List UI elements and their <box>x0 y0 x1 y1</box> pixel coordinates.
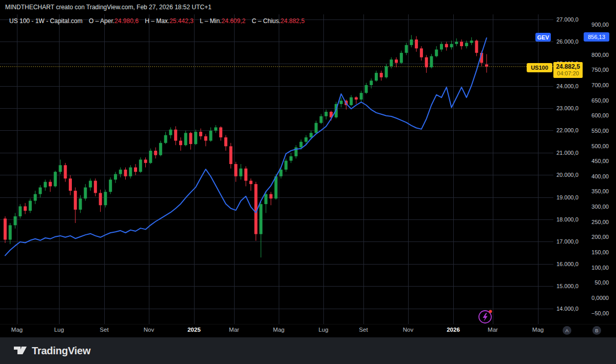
candle-down <box>179 140 182 145</box>
candle-up <box>104 192 107 205</box>
candle-down <box>395 59 398 63</box>
gev-axis-tick: 200,00 <box>591 234 609 240</box>
legend-high-label: H – Max. <box>145 17 169 25</box>
candle-down <box>4 218 7 239</box>
us100-axis-tick: 19.000,0 <box>556 194 579 200</box>
candle-up <box>89 181 92 188</box>
gev-axis-tick: 900,00 <box>591 22 609 28</box>
chart-canvas[interactable] <box>0 0 616 364</box>
legend-symbol-title: US 100 - 1W - Capital.com <box>9 17 83 25</box>
candle-up <box>390 59 393 66</box>
tradingview-logo-icon <box>13 345 27 357</box>
us100-bar-countdown: 04:07:20 <box>557 70 579 76</box>
gev-series-label: GEV <box>535 33 551 42</box>
gev-axis-tick: 800,00 <box>591 52 609 58</box>
tradingview-logo[interactable]: TradingView <box>13 345 90 357</box>
us100-axis-tick: 16.000,0 <box>556 261 579 267</box>
candle-up <box>465 43 468 47</box>
candle-up <box>59 165 62 172</box>
candle-down <box>244 169 247 181</box>
legend-high-value: 25.442,3 <box>169 17 194 25</box>
gev-comparison-line <box>5 38 487 255</box>
candle-down <box>234 164 237 176</box>
us100-axis-tick: 14.000,0 <box>556 306 579 312</box>
candle-down <box>74 191 77 210</box>
candle-up <box>239 169 242 176</box>
candle-up <box>450 44 453 48</box>
scale-a-button[interactable]: A <box>563 326 571 335</box>
candle-up <box>284 160 287 169</box>
time-axis-year-label: 2026 <box>447 327 460 333</box>
candle-down <box>460 42 463 46</box>
gev-axis-tick: 100,00 <box>591 265 609 271</box>
us100-axis-tick: 18.000,0 <box>556 216 579 223</box>
candle-up <box>214 127 217 131</box>
us100-axis-tick: 24.000,0 <box>556 83 579 89</box>
legend-close-label: C – Chius. <box>252 17 281 25</box>
candle-down <box>49 182 52 187</box>
candle-up <box>320 116 323 123</box>
candle-up <box>184 133 187 145</box>
candle-up <box>324 112 328 116</box>
gev-axis-tick: 0,0000 <box>591 295 609 301</box>
candle-down <box>189 133 192 144</box>
time-axis-month-label: Set <box>359 327 368 333</box>
gev-axis-tick: 350,00 <box>591 188 609 194</box>
gev-axis-tick: 600,00 <box>591 112 609 118</box>
symbol-legend[interactable]: US 100 - 1W - Capital.com O – Aper.24.98… <box>9 17 304 25</box>
candle-up <box>410 39 413 45</box>
gev-axis-tick: 700,00 <box>591 82 609 88</box>
legend-open-value: 24.980,6 <box>114 17 139 25</box>
candle-up <box>340 100 343 104</box>
candle-down <box>420 48 423 57</box>
candle-up <box>119 170 122 174</box>
us100-series-label: US100 <box>527 63 552 72</box>
events-lightning-icon[interactable] <box>477 309 495 325</box>
gev-axis-tick: 50,00 <box>594 279 609 286</box>
candle-up <box>34 194 37 201</box>
top-bar: MINDTHECHART creato con TradingView.com,… <box>0 0 616 14</box>
candle-up <box>364 85 368 93</box>
candle-up <box>164 135 167 143</box>
us100-axis-tick: 21.000,0 <box>556 150 579 156</box>
candle-up <box>14 216 17 225</box>
candle-up <box>299 142 302 148</box>
candle-down <box>174 130 177 141</box>
candle-up <box>79 198 82 210</box>
candle-down <box>485 65 488 67</box>
candle-down <box>24 206 27 211</box>
candle-up <box>275 176 278 198</box>
candle-down <box>224 137 227 146</box>
us100-last-price-badge: 24.882,5 04:07:20 <box>553 62 583 78</box>
time-axis[interactable] <box>0 324 616 338</box>
footer-bar: TradingView <box>0 337 616 364</box>
candle-down <box>199 132 202 136</box>
candle-down <box>415 39 418 48</box>
candle-up <box>149 151 152 163</box>
notification-dot <box>489 310 492 313</box>
candle-up <box>129 168 132 176</box>
candle-up <box>315 123 318 133</box>
scale-b-button[interactable]: B <box>592 326 601 335</box>
us100-axis-tick: 23.000,0 <box>556 105 579 111</box>
us100-axis-tick: 27.000,0 <box>556 16 579 23</box>
candle-down <box>69 178 72 191</box>
candle-up <box>455 42 458 44</box>
candle-down <box>445 44 448 48</box>
candle-down <box>425 57 428 68</box>
candle-up <box>435 50 438 56</box>
candle-up <box>430 56 433 68</box>
gev-axis-tick: 650,00 <box>591 97 609 104</box>
candle-up <box>114 174 117 180</box>
candle-up <box>159 143 162 155</box>
gev-last-price-badge: 856,13 <box>584 32 609 42</box>
gev-axis-tick: 750,00 <box>591 67 609 73</box>
tradingview-logo-text: TradingView <box>32 345 90 357</box>
time-axis-month-label: Mar <box>488 327 498 333</box>
candle-up <box>310 133 313 137</box>
lightning-bolt-glyph <box>483 313 488 322</box>
time-axis-month-label: Nov <box>403 327 413 333</box>
candle-down <box>134 168 137 172</box>
chart-window: MINDTHECHART creato con TradingView.com,… <box>0 0 616 364</box>
time-axis-month-label: Mag <box>532 327 544 333</box>
